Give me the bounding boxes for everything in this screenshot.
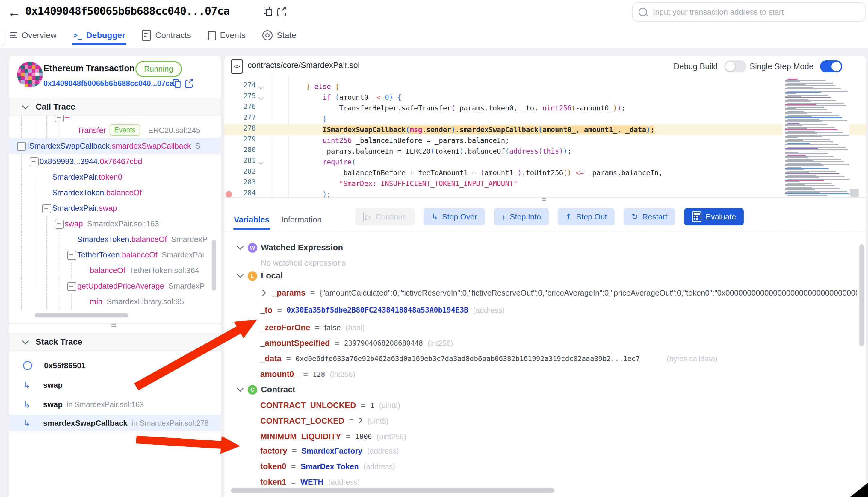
minimap-scroll-thumb[interactable] — [850, 189, 859, 197]
call-trace-row[interactable]: ISmardexSwapCallback.smardexSwapCallback… — [9, 138, 221, 154]
tree-guide — [33, 247, 34, 262]
resize-handle[interactable]: = — [541, 195, 547, 205]
step-into-button[interactable]: ↓Step Into — [494, 208, 549, 225]
collapse-icon[interactable] — [17, 142, 26, 151]
call-trace-row[interactable]: minSmardexLibrary.sol:95 — [9, 294, 221, 309]
minimap-line — [785, 138, 798, 138]
fold-chevron-icon[interactable] — [258, 95, 264, 100]
call-trace-row[interactable]: SmardexPair.token0 — [9, 169, 221, 185]
search-box[interactable] — [632, 2, 866, 22]
collapse-icon[interactable] — [30, 157, 39, 167]
stack-frame[interactable]: 0x55f86501 — [9, 357, 221, 374]
search-input[interactable] — [652, 7, 845, 17]
stack-frame[interactable]: ↳swap — [9, 377, 221, 394]
collapse-icon[interactable] — [55, 115, 64, 122]
debug-build-toggle[interactable] — [724, 60, 746, 72]
transaction-title: 0x1409048f50065b6b688cc040...07ca — [25, 5, 229, 17]
variables-vscrollbar[interactable] — [859, 244, 864, 346]
minimap-line — [785, 105, 846, 106]
step-over-button[interactable]: ↳Step Over — [423, 208, 485, 225]
tree-guide — [71, 262, 72, 278]
line-number[interactable]: 276 — [224, 103, 256, 111]
drawer-notch[interactable] — [0, 30, 5, 45]
collapse-icon[interactable] — [67, 251, 76, 260]
terminal-icon: >_ — [73, 31, 82, 40]
call-trace-row[interactable]: swapSmardexPair.sol:163 — [9, 216, 221, 231]
call-trace-header[interactable]: Call Trace — [9, 98, 221, 116]
minimap-line — [785, 152, 798, 153]
minimap-line — [785, 180, 824, 181]
fold-chevron-icon[interactable] — [258, 160, 264, 165]
line-number[interactable]: 278 — [224, 124, 256, 132]
fold-chevron-icon[interactable] — [258, 84, 264, 89]
line-number[interactable]: 283 — [224, 178, 256, 186]
call-trace-vscrollbar[interactable] — [212, 240, 216, 291]
collapse-icon[interactable] — [55, 220, 64, 229]
call-trace-row[interactable]: SmardexToken.balanceOf — [9, 185, 221, 200]
chevron-down-icon[interactable] — [237, 271, 244, 278]
section-title[interactable]: Contract — [261, 385, 295, 394]
stack-trace-header[interactable]: Stack Trace — [9, 333, 221, 351]
call-trace-row[interactable]: SmardexPair.swap — [9, 200, 221, 216]
collapse-icon[interactable] — [42, 204, 51, 213]
call-trace-row[interactable]: getUpdatedPriceAverageSmardexP — [9, 278, 221, 294]
tab-events[interactable]: Events — [208, 26, 246, 45]
stack-frame[interactable]: ↳swapin SmardexPair.sol:163 — [9, 396, 221, 413]
tree-guide — [33, 200, 34, 216]
restart-button[interactable]: ↻Restart — [624, 208, 675, 225]
stack-frame[interactable]: ↳smardexSwapCallbackin SmardexPair.sol:2… — [9, 415, 221, 431]
back-button[interactable]: ← — [8, 5, 20, 20]
code-token: ) — [389, 94, 393, 101]
tab-state[interactable]: State — [262, 26, 296, 45]
copy-icon[interactable] — [173, 79, 180, 87]
line-number[interactable]: 279 — [224, 135, 256, 143]
variables-hscrollbar[interactable] — [231, 488, 555, 493]
call-trace-hscrollbar[interactable] — [35, 313, 128, 317]
collapse-icon[interactable] — [67, 282, 76, 291]
tab-variables[interactable]: Variables — [234, 215, 269, 225]
section-badge: W — [248, 243, 257, 253]
resize-handle[interactable]: = — [111, 321, 116, 330]
continue-button[interactable]: ▷Continue — [355, 208, 415, 225]
call-trace-row[interactable]: 0x859993...3944.0x76467cbd — [9, 154, 221, 169]
minimap-line — [785, 100, 836, 101]
external-link-icon[interactable] — [277, 7, 286, 15]
tab-overview[interactable]: Overview — [10, 26, 57, 45]
line-number[interactable]: 275 — [224, 92, 256, 100]
trace-part: – — [65, 115, 69, 122]
external-link-icon[interactable] — [185, 79, 193, 87]
call-trace-label: swap — [65, 219, 83, 228]
line-number[interactable]: 282 — [224, 167, 256, 175]
section-title[interactable]: Watched Expression — [261, 243, 343, 252]
code-minimap[interactable] — [783, 77, 850, 197]
line-number[interactable]: 277 — [224, 113, 256, 121]
minimap-line — [785, 121, 822, 122]
minimap-line — [785, 165, 824, 166]
transaction-type-label: Ethereum Transaction — [43, 63, 135, 73]
transaction-address-link[interactable]: 0x1409048f50065b6b688cc040...07ca — [43, 79, 174, 88]
tab-information[interactable]: Information — [281, 215, 322, 225]
copy-icon[interactable] — [264, 6, 271, 16]
calculator-icon — [692, 211, 701, 222]
expand-chevron-icon[interactable] — [260, 289, 266, 296]
button-label: Evaluate — [706, 212, 736, 222]
line-number[interactable]: 281 — [224, 157, 256, 165]
tab-debugger[interactable]: >_Debugger — [73, 26, 126, 45]
tree-guide — [21, 200, 22, 216]
call-trace-row[interactable]: SmardexToken.balanceOfSmardexP — [9, 231, 221, 247]
single-step-mode-toggle[interactable] — [820, 60, 842, 72]
call-trace-row[interactable]: TransferEventsERC20.sol:245 — [9, 123, 221, 138]
evaluate-button[interactable]: Evaluate — [684, 208, 744, 225]
chevron-down-icon[interactable] — [237, 385, 244, 392]
line-number[interactable]: 280 — [224, 146, 256, 154]
call-trace-row[interactable]: TetherToken.balanceOfSmardexPai — [9, 247, 221, 262]
tab-contracts[interactable]: Contracts — [142, 26, 191, 45]
call-trace-label: ISmardexSwapCallback.smardexSwapCallback — [27, 141, 191, 150]
trace-part: swap — [99, 203, 117, 213]
step-out-button[interactable]: ↥Step Out — [558, 208, 615, 225]
line-number[interactable]: 284 — [224, 189, 256, 197]
chevron-down-icon[interactable] — [237, 243, 244, 250]
call-trace-row[interactable]: balanceOfTetherToken.sol:364 — [9, 262, 221, 278]
section-title[interactable]: Local — [261, 271, 283, 281]
line-number[interactable]: 274 — [224, 81, 256, 89]
